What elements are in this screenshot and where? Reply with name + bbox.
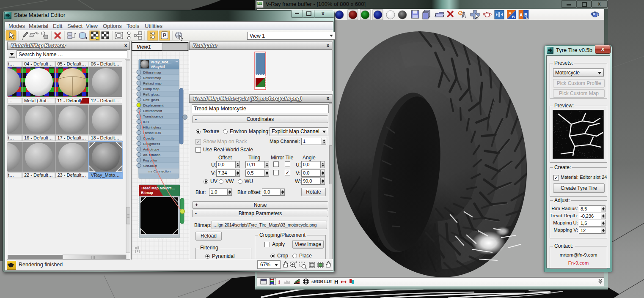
svg-text:Bitmap: Bitmap	[141, 191, 153, 195]
svg-text:Displacement: Displacement	[143, 104, 164, 107]
svg-text:Roughness: Roughness	[143, 142, 160, 146]
svg-text:Anisotropy: Anisotropy	[143, 148, 159, 151]
svg-text:16 - Default…: 16 - Default…	[24, 135, 53, 140]
svg-text:06 - Default…: 06 - Default…	[91, 61, 120, 66]
svg-text:12 - Default…: 12 - Default…	[91, 98, 120, 103]
svg-text:04 - Default…: 04 - Default…	[24, 61, 53, 66]
svg-text:Tread Map Motorc…: Tread Map Motorc…	[141, 186, 175, 190]
svg-text:H: H	[334, 279, 338, 285]
svg-text:t…: t…	[8, 135, 14, 140]
svg-text:Fresnel IOR: Fresnel IOR	[143, 131, 161, 135]
svg-text:Hilight gloss: Hilight gloss	[143, 126, 161, 129]
svg-text:Fog color: Fog color	[143, 159, 157, 162]
svg-text:05 - Default…: 05 - Default…	[58, 61, 86, 66]
svg-text:Reflect map: Reflect map	[143, 76, 161, 80]
svg-text:A: A	[509, 11, 512, 15]
svg-text:t…: t…	[8, 61, 14, 66]
svg-text:i: i	[278, 279, 280, 285]
svg-text:B: B	[512, 15, 515, 19]
svg-text:VRay_Mot…: VRay_Mot…	[151, 60, 172, 64]
svg-text:VRayMtl: VRayMtl	[151, 65, 165, 69]
svg-text:22 - Default…: 22 - Default…	[24, 172, 53, 178]
svg-text:P: P	[163, 33, 166, 38]
svg-text:t…: t…	[8, 172, 14, 178]
svg-text:…: …	[8, 98, 13, 103]
svg-text:Bump map: Bump map	[143, 87, 160, 91]
svg-text:B: B	[524, 13, 527, 17]
svg-text:Refract map: Refract map	[143, 82, 162, 85]
svg-text:sRGB: sRGB	[311, 279, 323, 284]
svg-text:Environment: Environment	[143, 109, 162, 113]
svg-text:Refl. gloss.: Refl. gloss.	[143, 93, 160, 96]
svg-text:IOR: IOR	[143, 120, 149, 124]
svg-text:LUT: LUT	[324, 279, 333, 284]
svg-text:VRay_Moto…: VRay_Moto…	[91, 172, 120, 178]
svg-text:Refr. gloss.: Refr. gloss.	[143, 98, 160, 102]
svg-text:A: A	[520, 13, 523, 17]
svg-text:18 - Default…: 18 - Default…	[91, 135, 120, 140]
svg-text:Diffuse map: Diffuse map	[143, 71, 161, 74]
svg-text:17 - Default…: 17 - Default…	[58, 135, 86, 140]
svg-text:mr Connection: mr Connection	[149, 170, 171, 173]
svg-text:Translucency: Translucency	[143, 115, 163, 118]
svg-text:View1: View1	[137, 44, 151, 50]
svg-text:Metal ( Aut…: Metal ( Aut…	[24, 98, 51, 103]
svg-text:23 - Default…: 23 - Default…	[58, 172, 86, 178]
svg-text:An. rotation: An. rotation	[143, 153, 160, 157]
svg-text:11 - Default…: 11 - Default…	[58, 98, 86, 103]
